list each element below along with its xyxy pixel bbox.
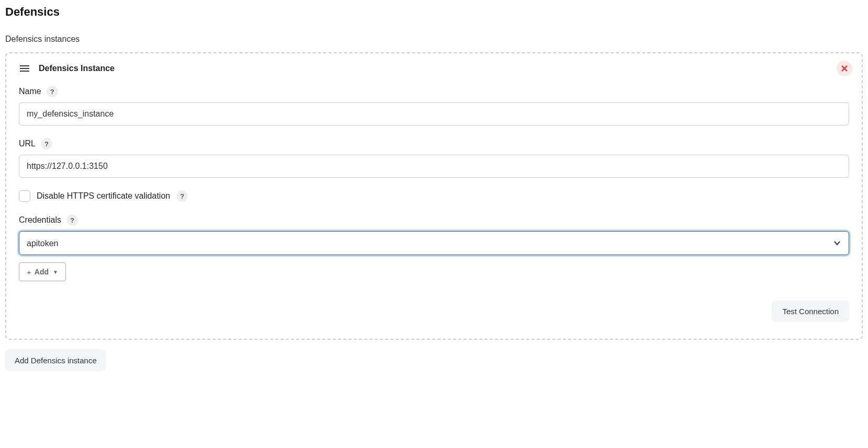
- disable-https-row: Disable HTTPS certificate validation ?: [19, 190, 849, 202]
- credentials-select[interactable]: apitoken: [19, 231, 849, 255]
- close-button[interactable]: [837, 61, 852, 76]
- disable-https-checkbox[interactable]: [19, 190, 30, 202]
- card-footer: Test Connection: [19, 300, 849, 322]
- section-label: Defensics instances: [5, 35, 863, 44]
- add-credential-button[interactable]: + Add ▼: [19, 262, 66, 281]
- caret-down-icon: ▼: [53, 269, 58, 275]
- instance-card: Defensics Instance Name ? URL ? Disable …: [5, 52, 863, 340]
- url-field-group: URL ?: [19, 138, 849, 178]
- name-field-group: Name ?: [19, 86, 849, 125]
- page-title: Defensics: [5, 5, 863, 19]
- help-icon[interactable]: ?: [47, 86, 58, 97]
- name-input[interactable]: [19, 102, 849, 125]
- add-instance-button[interactable]: Add Defensics instance: [5, 349, 106, 371]
- help-icon[interactable]: ?: [41, 138, 52, 150]
- name-label: Name: [19, 87, 41, 96]
- add-button-label: Add: [35, 268, 49, 276]
- plus-icon: +: [27, 268, 31, 277]
- card-title: Defensics Instance: [39, 64, 115, 73]
- close-icon: [841, 65, 848, 72]
- card-header: Defensics Instance: [19, 64, 849, 73]
- help-icon[interactable]: ?: [66, 214, 78, 226]
- url-input[interactable]: [19, 155, 849, 178]
- disable-https-label: Disable HTTPS certificate validation: [37, 191, 170, 201]
- help-icon[interactable]: ?: [176, 190, 188, 202]
- url-label: URL: [19, 139, 36, 148]
- drag-handle-icon[interactable]: [19, 64, 30, 73]
- credentials-label: Credentials: [19, 215, 61, 225]
- test-connection-button[interactable]: Test Connection: [772, 300, 849, 322]
- credentials-field-group: Credentials ? apitoken + Add ▼: [19, 214, 849, 281]
